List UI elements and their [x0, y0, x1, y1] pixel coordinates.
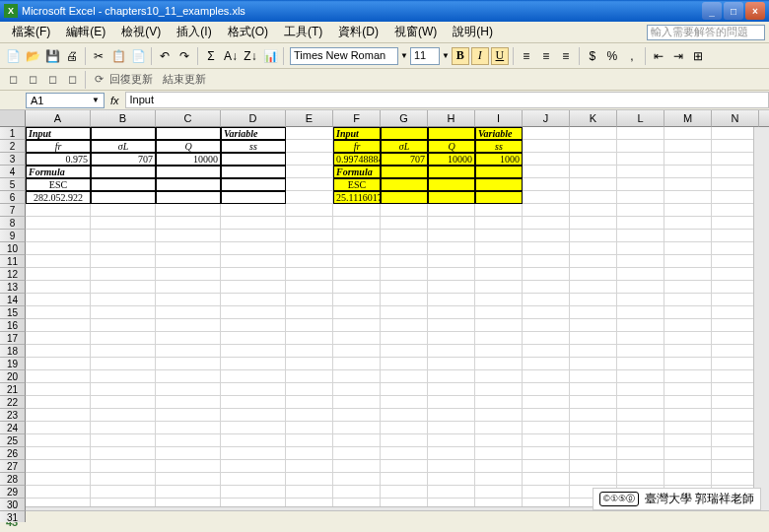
font-name-select[interactable]: Times New Roman — [290, 47, 398, 65]
row-header-19[interactable]: 19 — [0, 358, 26, 370]
cell-M24[interactable] — [664, 422, 712, 434]
cell-H27[interactable] — [428, 460, 475, 473]
cell-D22[interactable] — [221, 396, 286, 409]
cell-F24[interactable] — [333, 422, 381, 434]
cell-J3[interactable] — [523, 153, 570, 166]
cell-B17[interactable] — [91, 332, 156, 345]
cell-I13[interactable] — [475, 281, 523, 294]
cell-K4[interactable] — [570, 166, 617, 178]
cell-F7[interactable] — [333, 204, 381, 217]
cell-C23[interactable] — [156, 409, 221, 422]
cell-K17[interactable] — [570, 332, 617, 345]
cell-B24[interactable] — [91, 422, 156, 434]
cell-H5[interactable] — [428, 178, 475, 191]
cell-H15[interactable] — [428, 306, 475, 319]
cell-C17[interactable] — [156, 332, 221, 345]
row-header-15[interactable]: 15 — [0, 306, 26, 319]
cell-L7[interactable] — [617, 204, 664, 217]
cell-B20[interactable] — [91, 370, 156, 383]
cell-F26[interactable] — [333, 447, 381, 460]
cell-A3[interactable]: 0.975 — [26, 153, 91, 166]
cell-F18[interactable] — [333, 345, 381, 358]
cell-M15[interactable] — [664, 306, 712, 319]
row-header-21[interactable]: 21 — [0, 383, 26, 396]
cell-L12[interactable] — [617, 268, 664, 281]
cell-G16[interactable] — [381, 319, 428, 332]
cell-L23[interactable] — [617, 409, 664, 422]
cell-I14[interactable] — [475, 294, 523, 306]
vertical-scrollbar[interactable] — [753, 127, 769, 522]
cell-J24[interactable] — [523, 422, 570, 434]
cell-I20[interactable] — [475, 370, 523, 383]
col-header-H[interactable]: H — [428, 110, 475, 127]
cell-D8[interactable] — [221, 217, 286, 230]
cell-E9[interactable] — [286, 230, 333, 242]
font-size-select[interactable]: 11 — [410, 47, 440, 65]
cell-J20[interactable] — [523, 370, 570, 383]
cell-N19[interactable] — [712, 358, 759, 370]
row-header-11[interactable]: 11 — [0, 255, 26, 268]
cell-C4[interactable] — [156, 166, 221, 178]
cell-N9[interactable] — [712, 230, 759, 242]
cell-N16[interactable] — [712, 319, 759, 332]
cell-H24[interactable] — [428, 422, 475, 434]
row-header-5[interactable]: 5 — [0, 178, 26, 191]
cell-C7[interactable] — [156, 204, 221, 217]
cell-I29[interactable] — [475, 486, 523, 499]
cell-K11[interactable] — [570, 255, 617, 268]
cell-I21[interactable] — [475, 383, 523, 396]
cell-A9[interactable] — [26, 230, 91, 242]
cell-H14[interactable] — [428, 294, 475, 306]
cell-D1[interactable]: Variable — [221, 127, 286, 140]
cell-L25[interactable] — [617, 434, 664, 447]
cell-J7[interactable] — [523, 204, 570, 217]
cell-N18[interactable] — [712, 345, 759, 358]
cell-E20[interactable] — [286, 370, 333, 383]
cell-B28[interactable] — [91, 473, 156, 486]
cell-B27[interactable] — [91, 460, 156, 473]
cell-E27[interactable] — [286, 460, 333, 473]
cell-N23[interactable] — [712, 409, 759, 422]
spreadsheet-grid[interactable]: ABCDEFGHIJKLMNOPQ 1234567891011121314151… — [0, 110, 769, 522]
cell-I26[interactable] — [475, 447, 523, 460]
cell-H4[interactable] — [428, 166, 475, 178]
cell-F8[interactable] — [333, 217, 381, 230]
cell-C18[interactable] — [156, 345, 221, 358]
cell-C28[interactable] — [156, 473, 221, 486]
cell-E10[interactable] — [286, 242, 333, 255]
cell-L20[interactable] — [617, 370, 664, 383]
cell-D23[interactable] — [221, 409, 286, 422]
cell-D12[interactable] — [221, 268, 286, 281]
cell-E8[interactable] — [286, 217, 333, 230]
cell-A11[interactable] — [26, 255, 91, 268]
cell-F21[interactable] — [333, 383, 381, 396]
cell-K9[interactable] — [570, 230, 617, 242]
tb2-icon-1[interactable]: ◻ — [4, 71, 22, 89]
cell-I19[interactable] — [475, 358, 523, 370]
cell-A8[interactable] — [26, 217, 91, 230]
cell-C14[interactable] — [156, 294, 221, 306]
cell-H19[interactable] — [428, 358, 475, 370]
row-header-26[interactable]: 26 — [0, 447, 26, 460]
cell-K16[interactable] — [570, 319, 617, 332]
cell-F2[interactable]: fr — [333, 140, 381, 153]
chart-icon[interactable]: 📊 — [261, 47, 279, 65]
save-icon[interactable]: 💾 — [43, 47, 61, 65]
cell-B3[interactable]: 707 — [91, 153, 156, 166]
cell-B8[interactable] — [91, 217, 156, 230]
cell-B7[interactable] — [91, 204, 156, 217]
cell-G3[interactable]: 707 — [381, 153, 428, 166]
cell-G7[interactable] — [381, 204, 428, 217]
redo-icon[interactable]: ↷ — [175, 47, 193, 65]
borders-icon[interactable]: ⊞ — [689, 47, 707, 65]
cell-H23[interactable] — [428, 409, 475, 422]
cell-N2[interactable] — [712, 140, 759, 153]
sort-desc-icon[interactable]: Z↓ — [242, 47, 259, 65]
cell-J16[interactable] — [523, 319, 570, 332]
cell-N14[interactable] — [712, 294, 759, 306]
cell-H2[interactable]: Q — [428, 140, 475, 153]
cell-J19[interactable] — [523, 358, 570, 370]
cell-G25[interactable] — [381, 434, 428, 447]
cell-N22[interactable] — [712, 396, 759, 409]
col-header-J[interactable]: J — [523, 110, 570, 127]
